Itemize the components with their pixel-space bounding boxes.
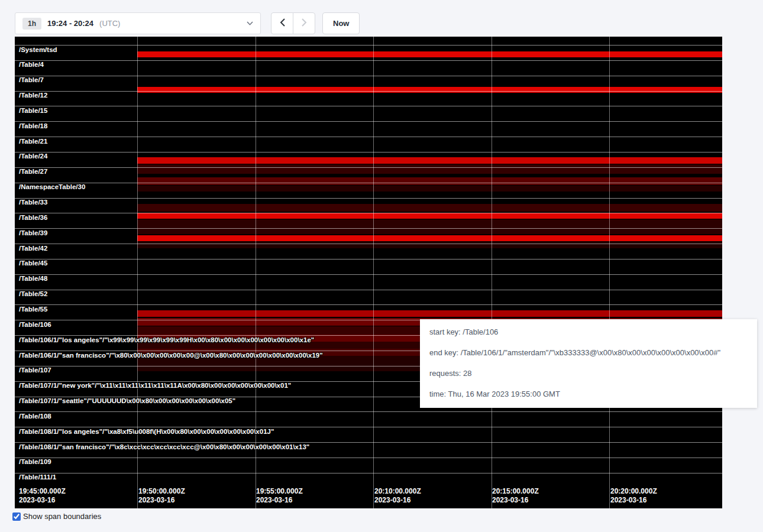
row-key-label: /Table/27 xyxy=(19,168,47,175)
time-range-selector[interactable]: 1h 19:24 - 20:24 (UTC) xyxy=(15,12,261,34)
row-key-label: /Table/33 xyxy=(19,199,47,206)
span-boundary-line xyxy=(15,183,722,183)
time-gridline xyxy=(256,37,256,508)
row-key-label: /Table/109 xyxy=(19,458,51,465)
time-gridline xyxy=(609,37,610,508)
x-axis-time: 20:20:00.000Z xyxy=(610,487,657,496)
time-gridline xyxy=(373,37,374,508)
x-axis-time: 20:10:00.000Z xyxy=(374,487,421,496)
x-axis-date: 2023-03-16 xyxy=(138,496,185,505)
row-key-label: /Table/21 xyxy=(19,138,47,145)
x-axis-label: 19:55:00.000Z2023-03-16 xyxy=(256,487,303,505)
span-boundary-line xyxy=(15,411,722,412)
heat-band xyxy=(137,87,722,93)
span-boundary-line xyxy=(15,152,722,153)
span-boundary-line xyxy=(15,290,722,290)
heat-band xyxy=(137,219,722,234)
tooltip: start key: /Table/106end key: /Table/106… xyxy=(420,319,757,408)
span-boundary-line xyxy=(15,137,722,137)
x-axis-time: 19:45:00.000Z xyxy=(19,487,66,496)
heat-band xyxy=(137,157,722,164)
row-key-label: /NamespaceTable/30 xyxy=(19,183,85,190)
tooltip-line: time: Thu, 16 Mar 2023 19:55:00 GMT xyxy=(429,390,751,398)
time-gridline xyxy=(492,37,492,508)
row-key-label: /Table/18 xyxy=(19,122,47,129)
x-axis-date: 2023-03-16 xyxy=(492,496,539,505)
span-boundary-line xyxy=(15,458,722,458)
show-span-boundaries-checkbox[interactable] xyxy=(12,512,21,521)
row-key-label: /Table/12 xyxy=(19,92,47,99)
row-key-label: /Table/45 xyxy=(19,259,47,267)
x-axis-time: 19:55:00.000Z xyxy=(256,487,303,496)
x-axis-date: 2023-03-16 xyxy=(610,496,657,505)
x-axis-label: 19:50:00.000Z2023-03-16 xyxy=(138,487,185,505)
duration-badge: 1h xyxy=(22,18,41,30)
row-key-label: /Table/7 xyxy=(19,76,44,83)
x-axis-label: 20:20:00.000Z2023-03-16 xyxy=(610,487,657,505)
heat-band xyxy=(137,177,722,185)
span-boundary-line xyxy=(15,259,722,259)
span-boundary-line xyxy=(15,121,722,122)
span-boundary-line xyxy=(15,91,722,92)
row-key-label: /Table/39 xyxy=(19,229,47,236)
heat-band xyxy=(137,213,722,219)
span-boundary-line xyxy=(15,244,722,244)
heat-band xyxy=(137,186,722,192)
span-boundary-line xyxy=(15,304,722,305)
row-key-label: /Table/106 xyxy=(19,321,51,328)
row-key-label: /Table/108 xyxy=(19,413,51,420)
row-key-label: /Table/108/1/"los angeles"/"\xa8\xf5\u00… xyxy=(19,428,274,435)
row-key-label: /Table/107/1/"seattle"/"UUUUUUD\x00\x80\… xyxy=(19,397,235,404)
row-key-label: /Table/111/1 xyxy=(19,473,56,481)
row-key-label: /Table/107/1/"new york"/"\x11\x11\x11\x1… xyxy=(19,382,291,389)
row-key-label: /Table/42 xyxy=(19,245,47,252)
row-key-label: /Table/4 xyxy=(19,61,44,68)
span-boundary-line xyxy=(15,60,722,61)
span-boundary-line xyxy=(15,213,722,213)
span-boundary-line xyxy=(15,45,722,46)
span-boundary-line xyxy=(15,473,722,473)
row-key-label: /Table/107 xyxy=(19,366,51,374)
span-boundary-line xyxy=(15,274,722,275)
time-nav-group xyxy=(271,12,315,34)
row-key-label: /Table/52 xyxy=(19,290,47,297)
row-key-label: /Table/24 xyxy=(19,153,47,160)
heat-band xyxy=(137,235,722,241)
span-boundary-line xyxy=(15,228,722,229)
heat-band xyxy=(137,164,722,174)
span-boundary-line xyxy=(15,167,722,168)
show-span-boundaries-label: Show span boundaries xyxy=(23,512,101,521)
prev-time-button[interactable] xyxy=(271,12,293,34)
heatmap-canvas[interactable]: /System/tsd/Table/4/Table/7/Table/12/Tab… xyxy=(15,37,722,508)
x-axis-date: 2023-03-16 xyxy=(256,496,303,505)
span-boundary-line xyxy=(15,106,722,106)
chevron-down-icon xyxy=(247,21,253,25)
span-boundaries-toggle-row: Show span boundaries xyxy=(12,512,101,521)
now-button[interactable]: Now xyxy=(322,12,360,34)
x-axis-date: 2023-03-16 xyxy=(19,496,66,505)
row-key-label: /Table/36 xyxy=(19,214,47,221)
chevron-right-icon xyxy=(302,18,307,28)
row-key-label: /Table/106/1/"san francisco"/"\x80\x00\x… xyxy=(19,352,323,359)
heat-band xyxy=(137,242,722,248)
chevron-left-icon xyxy=(280,18,285,28)
row-key-label: /Table/108/1/"san francisco"/"\x8c\xcc\x… xyxy=(19,443,309,450)
tooltip-line: end key: /Table/106/1/"amsterdam"/"\xb33… xyxy=(429,348,751,357)
x-axis-time: 20:15:00.000Z xyxy=(492,487,539,496)
timezone-label: (UTC) xyxy=(99,19,120,28)
row-key-label: /Table/15 xyxy=(19,107,47,114)
x-axis-label: 20:15:00.000Z2023-03-16 xyxy=(492,487,539,505)
x-axis-label: 20:10:00.000Z2023-03-16 xyxy=(374,487,421,505)
x-axis-time: 19:50:00.000Z xyxy=(138,487,185,496)
x-axis-date: 2023-03-16 xyxy=(374,496,421,505)
row-key-label: /System/tsd xyxy=(19,46,57,53)
time-range-label: 19:24 - 20:24 xyxy=(47,19,93,28)
span-boundary-line xyxy=(15,76,722,76)
row-key-label: /Table/55 xyxy=(19,306,47,313)
heat-band xyxy=(137,310,722,317)
tooltip-line: start key: /Table/106 xyxy=(429,327,751,336)
row-key-label: /Table/48 xyxy=(19,275,47,282)
next-time-button[interactable] xyxy=(293,12,315,34)
x-axis-label: 19:45:00.000Z2023-03-16 xyxy=(19,487,66,505)
tooltip-line: requests: 28 xyxy=(429,369,751,378)
